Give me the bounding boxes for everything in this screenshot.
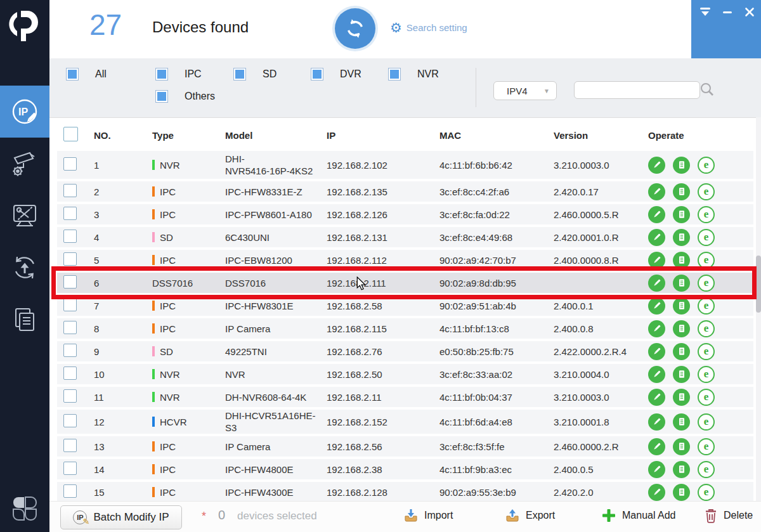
open-in-browser-button[interactable]: e [698, 252, 715, 269]
delete-button[interactable]: Delete [704, 508, 753, 523]
export-button[interactable]: Export [505, 508, 555, 523]
row-checkbox[interactable] [63, 439, 77, 452]
sidebar-item-apps[interactable] [0, 490, 49, 528]
open-in-browser-button[interactable]: e [698, 343, 715, 360]
row-checkbox[interactable] [63, 157, 77, 171]
batch-modify-ip-button[interactable]: IP✎ Batch Modify IP [60, 505, 182, 529]
edit-device-button[interactable] [648, 389, 665, 406]
refresh-button[interactable] [335, 8, 375, 49]
import-button[interactable]: Import [403, 508, 453, 523]
device-details-button[interactable] [673, 183, 690, 200]
open-in-browser-button[interactable]: e [698, 389, 715, 406]
scrollbar-thumb[interactable] [756, 256, 761, 313]
edit-device-button[interactable] [648, 157, 665, 174]
row-checkbox[interactable] [63, 252, 77, 266]
device-details-button[interactable] [673, 366, 690, 383]
table-row[interactable]: 10 NVR NVR 192.168.2.50 3c:ef:8c:33:aa:0… [57, 364, 753, 384]
edit-device-button[interactable] [648, 438, 665, 455]
edit-device-button[interactable] [648, 229, 665, 246]
search-input[interactable] [574, 81, 700, 99]
row-checkbox[interactable] [63, 389, 77, 403]
edit-device-button[interactable] [648, 461, 665, 478]
edit-device-button[interactable] [648, 206, 665, 223]
row-checkbox[interactable] [63, 367, 77, 380]
filter-nvr[interactable]: NVR [389, 68, 439, 80]
filter-ipc[interactable]: IPC [156, 68, 202, 80]
device-details-button[interactable] [673, 206, 690, 223]
row-checkbox[interactable] [63, 414, 77, 427]
open-in-browser-button[interactable]: e [698, 438, 715, 455]
open-in-browser-button[interactable]: e [698, 413, 715, 431]
table-row[interactable]: 11 NVR DH-NVR608-64-4K 192.168.2.11 4c:1… [57, 387, 753, 407]
device-details-button[interactable] [673, 252, 690, 269]
device-details-button[interactable] [673, 320, 690, 337]
table-row[interactable]: 8 IPC IP Camera 192.168.2.115 4c:11:bf:b… [57, 318, 753, 339]
edit-device-button[interactable] [648, 343, 665, 360]
table-row[interactable]: 5 IPC IPC-EBW81200 192.168.2.112 90:02:a… [57, 250, 753, 270]
device-details-button[interactable] [673, 343, 690, 360]
sidebar-item-upgrade[interactable] [0, 242, 49, 294]
checkbox-others[interactable] [156, 91, 167, 102]
search-icon[interactable] [699, 81, 715, 98]
device-details-button[interactable] [673, 229, 690, 246]
open-in-browser-button[interactable]: e [698, 183, 715, 200]
device-details-button[interactable] [673, 389, 690, 406]
checkbox-sd[interactable] [234, 68, 245, 80]
sidebar-item-system-settings[interactable] [0, 190, 49, 242]
row-checkbox[interactable] [63, 298, 77, 311]
table-row[interactable]: 15 IPC IPC-HFW4300E 192.168.2.128 90:02:… [57, 482, 753, 502]
row-checkbox[interactable] [63, 230, 77, 243]
row-checkbox[interactable] [63, 275, 77, 289]
open-in-browser-button[interactable]: e [698, 275, 715, 292]
table-row[interactable]: 2 IPC IPC-HFW8331E-Z 192.168.2.135 3c:ef… [57, 181, 753, 202]
open-in-browser-button[interactable]: e [698, 461, 715, 478]
device-details-button[interactable] [673, 484, 690, 501]
filter-dvr[interactable]: DVR [311, 68, 361, 80]
edit-device-button[interactable] [648, 183, 665, 200]
checkbox-dvr[interactable] [311, 68, 323, 80]
table-row[interactable]: 9 SD 49225TNI 192.168.2.76 e0:50:8b:25:f… [57, 341, 753, 361]
device-details-button[interactable] [673, 297, 690, 315]
table-row[interactable]: 3 IPC IPC-PFW8601-A180 192.168.2.126 3c:… [57, 204, 753, 224]
device-details-button[interactable] [673, 275, 690, 292]
open-in-browser-button[interactable]: e [698, 366, 715, 383]
device-details-button[interactable] [673, 413, 690, 431]
sidebar-item-device-config[interactable] [0, 138, 49, 190]
edit-device-button[interactable] [648, 252, 665, 269]
device-details-button[interactable] [673, 461, 690, 478]
checkbox-all[interactable] [67, 68, 78, 80]
close-button[interactable] [743, 6, 756, 18]
edit-device-button[interactable] [648, 413, 665, 431]
search-setting-button[interactable]: ⚙ Search setting [390, 21, 467, 34]
manual-add-button[interactable]: Manual Add [601, 508, 676, 523]
table-row[interactable]: 7 IPC IPC-HFW8301E 192.168.2.58 90:02:a9… [57, 295, 753, 316]
row-checkbox[interactable] [63, 344, 77, 357]
open-in-browser-button[interactable]: e [698, 206, 715, 223]
edit-device-button[interactable] [648, 275, 665, 292]
row-checkbox[interactable] [63, 321, 77, 334]
skin-menu-icon[interactable] [699, 6, 712, 18]
open-in-browser-button[interactable]: e [698, 484, 715, 501]
select-all-checkbox[interactable] [63, 127, 78, 141]
open-in-browser-button[interactable]: e [698, 320, 715, 337]
table-row[interactable]: 13 IPC IP Camera 192.168.2.56 3c:ef:8c:f… [57, 436, 753, 457]
open-in-browser-button[interactable]: e [698, 229, 715, 246]
row-checkbox[interactable] [63, 207, 77, 220]
open-in-browser-button[interactable]: e [698, 157, 715, 174]
checkbox-nvr[interactable] [389, 68, 400, 80]
table-row[interactable]: 6 DSS7016 DSS7016 192.168.2.111 90:02:a9… [57, 273, 753, 293]
table-row[interactable]: 14 IPC IPC-HFW4800E 192.168.2.38 4c:11:b… [57, 459, 753, 479]
sidebar-item-modify-ip[interactable]: IP [0, 86, 49, 138]
device-details-button[interactable] [673, 157, 690, 174]
filter-all[interactable]: All [67, 68, 107, 80]
edit-device-button[interactable] [648, 484, 665, 501]
ip-version-select[interactable]: IPV4 ▼ [493, 81, 557, 100]
minimize-button[interactable] [721, 6, 734, 18]
sidebar-item-device-info[interactable] [0, 294, 49, 346]
edit-device-button[interactable] [648, 320, 665, 337]
row-checkbox[interactable] [63, 462, 77, 475]
filter-others[interactable]: Others [156, 91, 215, 102]
table-row[interactable]: 1 NVR DHI- NVR5416-16P-4KS2 192.168.2.10… [57, 151, 753, 179]
checkbox-ipc[interactable] [156, 68, 167, 80]
table-row[interactable]: 4 SD 6C430UNI 192.168.2.131 3c:ef:8c:e4:… [57, 227, 753, 247]
